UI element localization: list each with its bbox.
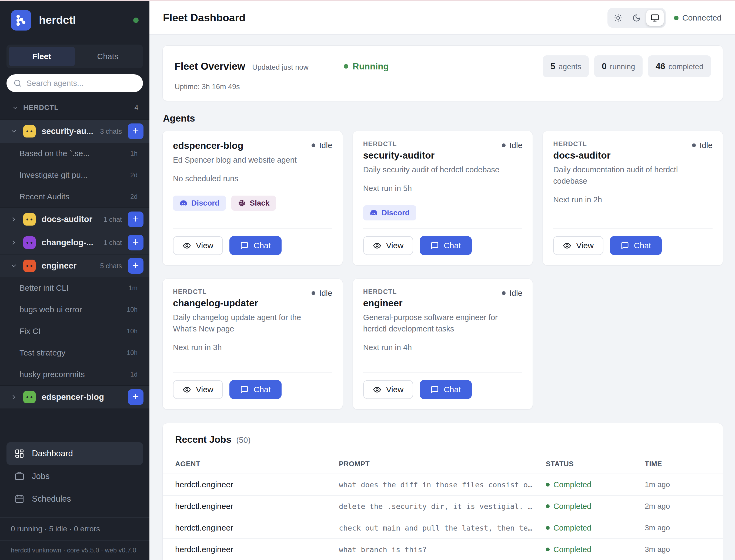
jobs-header-row: AGENTPROMPTSTATUSTIME bbox=[163, 454, 723, 474]
card-badges: Discord bbox=[363, 205, 523, 220]
card-agent-name: engineer bbox=[363, 298, 403, 308]
agent-search bbox=[6, 74, 143, 92]
job-row[interactable]: herdctl.engineerwhat does the diff in th… bbox=[163, 474, 723, 495]
job-agent: herdctl.engineer bbox=[175, 480, 339, 489]
herdctl-logo-icon bbox=[11, 10, 31, 31]
job-prompt: delete the .security dir, it is vestigia… bbox=[339, 502, 546, 511]
card-agent-name: docs-auditor bbox=[553, 150, 610, 161]
completed-dot bbox=[546, 526, 550, 530]
sidebar-agent-docs-auditor[interactable]: docs-auditor1 chat+ bbox=[0, 207, 149, 231]
chat-count: 3 chats bbox=[100, 128, 122, 135]
new-chat-button[interactable]: + bbox=[128, 235, 143, 250]
overview-title: Fleet Overview bbox=[174, 61, 245, 72]
agent-avatar bbox=[23, 213, 36, 226]
chat-button[interactable]: Chat bbox=[610, 236, 662, 255]
column-header: AGENT bbox=[175, 460, 339, 468]
new-chat-button[interactable]: + bbox=[128, 389, 143, 405]
chat-list: Based on the `.se...1hInvestigate git pu… bbox=[0, 143, 149, 207]
sidebar-section-header[interactable]: HERDCTL 4 bbox=[12, 103, 139, 112]
chat-item[interactable]: Based on the `.se...1h bbox=[0, 143, 149, 164]
chat-item[interactable]: Recent Audits2d bbox=[0, 186, 149, 207]
sidebar-item-jobs[interactable]: Jobs bbox=[6, 465, 143, 488]
chevron-down-icon bbox=[12, 105, 18, 111]
chat-item[interactable]: Fix CI10h bbox=[0, 320, 149, 342]
chat-button[interactable]: Chat bbox=[229, 380, 281, 399]
job-row[interactable]: herdctl.engineerwhat branch is this?Comp… bbox=[163, 538, 723, 560]
chat-item[interactable]: Investigate git pu...2d bbox=[0, 164, 149, 186]
agent-name: security-au... bbox=[42, 126, 93, 136]
dashboard-content: Fleet Overview Updated just now Running … bbox=[149, 35, 735, 560]
theme-dark-button[interactable] bbox=[628, 10, 645, 26]
chat-title: Test strategy bbox=[19, 348, 65, 357]
chat-bubble-icon bbox=[431, 242, 439, 250]
chat-button[interactable]: Chat bbox=[420, 236, 472, 255]
topbar-right: Connected bbox=[608, 8, 721, 28]
agent-avatar bbox=[23, 260, 36, 272]
search-input[interactable] bbox=[26, 79, 136, 88]
theme-system-button[interactable] bbox=[646, 10, 664, 26]
view-button[interactable]: View bbox=[363, 236, 413, 255]
sidebar-agent-edspencer-blog[interactable]: edspencer-blog+ bbox=[0, 385, 149, 408]
overview-updated: Updated just now bbox=[252, 61, 308, 72]
sidebar-item-schedules[interactable]: Schedules bbox=[6, 488, 143, 510]
sidebar-agent-changelog-updater[interactable]: changelog-...1 chat+ bbox=[0, 231, 149, 254]
tab-fleet[interactable]: Fleet bbox=[9, 47, 75, 66]
job-time: 3m ago bbox=[645, 524, 710, 532]
chat-item[interactable]: Better init CLI1m bbox=[0, 277, 149, 299]
idle-dot bbox=[311, 143, 315, 147]
section-count: 4 bbox=[135, 103, 139, 112]
agent-card-edspencer-blog: edspencer-blogIdleEd Spencer blog and we… bbox=[162, 131, 343, 266]
chat-item[interactable]: husky precommits1d bbox=[0, 364, 149, 385]
chat-item[interactable]: Test strategy10h bbox=[0, 342, 149, 364]
chat-button[interactable]: Chat bbox=[420, 380, 472, 399]
chat-item[interactable]: bugs web ui error10h bbox=[0, 299, 149, 320]
column-header: TIME bbox=[645, 460, 710, 468]
card-schedule: No scheduled runs bbox=[173, 174, 332, 183]
view-button[interactable]: View bbox=[363, 380, 413, 399]
completed-dot bbox=[546, 548, 550, 551]
app-root: herdctl FleetChats HERDCTL 4 security-au… bbox=[0, 1, 735, 560]
view-button[interactable]: View bbox=[173, 380, 223, 399]
completed-dot bbox=[546, 483, 550, 487]
sidebar-item-dashboard[interactable]: Dashboard bbox=[6, 442, 143, 465]
agent-name: engineer bbox=[42, 261, 76, 271]
new-chat-button[interactable]: + bbox=[128, 212, 143, 227]
job-time: 3m ago bbox=[645, 545, 710, 554]
idle-dot bbox=[502, 143, 506, 147]
top-bar: Fleet Dashboard Connected bbox=[149, 1, 735, 35]
card-description: Ed Spencer blog and website agent bbox=[173, 154, 324, 166]
status-text: Idle bbox=[509, 289, 522, 298]
status-text: Idle bbox=[700, 141, 713, 150]
chat-title: husky precommits bbox=[19, 370, 85, 379]
view-button[interactable]: View bbox=[173, 236, 223, 255]
fleet-status-line: 0 running · 5 idle · 0 errors bbox=[0, 517, 149, 540]
nav-label: Jobs bbox=[32, 471, 49, 481]
tab-chats[interactable]: Chats bbox=[75, 47, 141, 66]
job-row[interactable]: herdctl.engineerdelete the .security dir… bbox=[163, 495, 723, 517]
idle-dot bbox=[311, 291, 315, 295]
connected-label: Connected bbox=[682, 13, 721, 22]
job-agent: herdctl.engineer bbox=[175, 545, 339, 554]
sidebar-header: herdctl bbox=[0, 1, 149, 39]
card-agent-name: edspencer-blog bbox=[173, 140, 243, 151]
sidebar-agent-engineer[interactable]: engineer5 chats+ bbox=[0, 254, 149, 277]
chat-time: 1h bbox=[130, 150, 137, 157]
new-chat-button[interactable]: + bbox=[128, 258, 143, 274]
job-row[interactable]: herdctl.engineercheck out main and pull … bbox=[163, 517, 723, 538]
chat-count: 1 chat bbox=[103, 239, 122, 247]
theme-light-button[interactable] bbox=[610, 10, 627, 26]
agent-avatar bbox=[23, 236, 36, 249]
chat-title: Recent Audits bbox=[19, 192, 69, 201]
stat-completed: 46completed bbox=[648, 55, 711, 77]
search-icon bbox=[14, 79, 22, 87]
view-button[interactable]: View bbox=[553, 236, 603, 255]
agent-avatar bbox=[23, 125, 36, 138]
eye-icon bbox=[373, 385, 381, 394]
chevron-down-icon bbox=[10, 262, 17, 269]
new-chat-button[interactable]: + bbox=[128, 123, 143, 139]
sidebar-agent-security-auditor[interactable]: security-au...3 chats+ bbox=[0, 119, 149, 143]
card-eyebrow: HERDCTL bbox=[173, 288, 258, 296]
main-area: Fleet Dashboard Connected Fleet Overview… bbox=[149, 1, 735, 560]
jobs-table: AGENTPROMPTSTATUSTIMEherdctl.engineerwha… bbox=[163, 454, 723, 560]
chat-button[interactable]: Chat bbox=[229, 236, 281, 255]
